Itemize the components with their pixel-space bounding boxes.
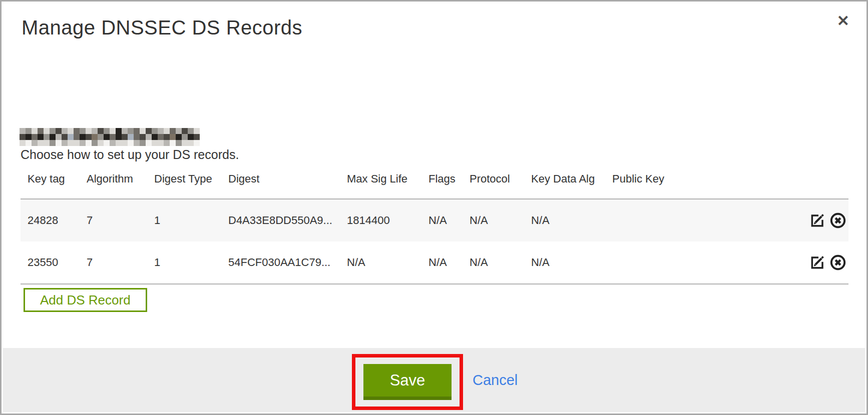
edit-record-icon[interactable]: [809, 212, 825, 228]
cell-digest-type: 1: [147, 242, 221, 284]
col-header-digest-type: Digest Type: [147, 170, 221, 199]
col-header-key-tag: Key tag: [21, 170, 80, 199]
col-header-key-data-alg: Key Data Alg: [524, 170, 605, 199]
cell-algorithm: 7: [80, 199, 147, 242]
cancel-link[interactable]: Cancel: [473, 372, 518, 388]
add-ds-record-button[interactable]: Add DS Record: [24, 288, 147, 312]
cell-max-sig-life: N/A: [340, 242, 421, 284]
cell-flags: N/A: [421, 199, 463, 242]
cell-key-data-alg: N/A: [524, 242, 605, 284]
save-button[interactable]: Save: [363, 364, 452, 400]
delete-record-icon[interactable]: [829, 254, 846, 271]
cell-algorithm: 7: [80, 242, 147, 284]
cell-max-sig-life: 1814400: [340, 199, 421, 242]
row-actions: [800, 242, 848, 284]
cell-protocol: N/A: [463, 199, 524, 242]
cell-public-key: [605, 242, 800, 284]
cell-protocol: N/A: [463, 242, 524, 284]
col-header-protocol: Protocol: [463, 170, 524, 199]
cell-key-tag: 24828: [21, 199, 80, 242]
col-header-flags: Flags: [421, 170, 463, 199]
cell-digest: 54FCF030AA1C79...: [221, 242, 340, 284]
delete-record-icon[interactable]: [829, 212, 846, 229]
col-header-public-key: Public Key: [605, 170, 800, 199]
col-header-max-sig-life: Max Sig Life: [340, 170, 421, 199]
save-button-red-highlight-box: Save: [352, 354, 463, 410]
row-actions: [800, 199, 848, 242]
close-icon[interactable]: ✕: [837, 14, 849, 28]
cell-digest: D4A33E8DD550A9...: [221, 199, 340, 242]
table-row: 24828 7 1 D4A33E8DD550A9... 1814400 N/A …: [21, 199, 848, 242]
cell-public-key: [605, 199, 800, 242]
redacted-domain-name: [20, 128, 200, 146]
manage-dnssec-dialog: Manage DNSSEC DS Records ✕ Choose how to…: [0, 0, 868, 415]
cell-key-tag: 23550: [21, 242, 80, 284]
dialog-title: Manage DNSSEC DS Records: [22, 16, 302, 39]
dialog-footer: Save Cancel: [3, 348, 865, 412]
table-row: 23550 7 1 54FCF030AA1C79... N/A N/A N/A …: [21, 242, 848, 284]
cell-digest-type: 1: [147, 199, 221, 242]
col-header-digest: Digest: [221, 170, 340, 199]
table-header-row: Key tag Algorithm Digest Type Digest Max…: [21, 170, 848, 199]
col-header-actions: [800, 170, 848, 199]
cell-key-data-alg: N/A: [524, 199, 605, 242]
edit-record-icon[interactable]: [809, 254, 825, 270]
ds-records-table: Key tag Algorithm Digest Type Digest Max…: [21, 170, 848, 284]
cell-flags: N/A: [421, 242, 463, 284]
col-header-algorithm: Algorithm: [80, 170, 147, 199]
setup-instruction-text: Choose how to set up your DS records.: [21, 148, 239, 162]
